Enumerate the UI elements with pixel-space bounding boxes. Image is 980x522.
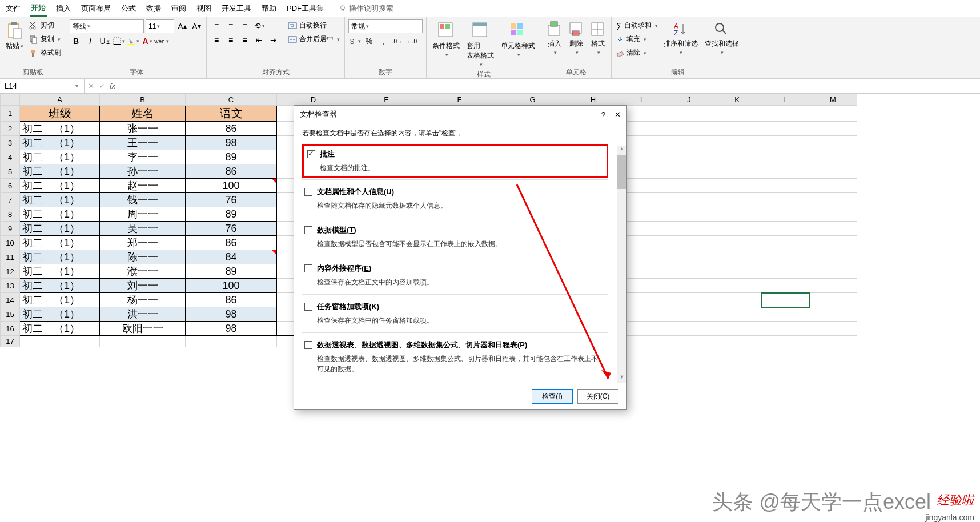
cell[interactable]	[713, 193, 761, 207]
col-header[interactable]: E	[350, 94, 423, 106]
autosum-button[interactable]: ∑自动求和	[615, 19, 659, 31]
cell[interactable]: 初二（1）	[20, 122, 100, 136]
cell[interactable]	[761, 250, 809, 264]
cell[interactable]	[186, 336, 277, 347]
cell[interactable]: 张一一	[100, 122, 186, 136]
sort-filter-button[interactable]: AZ排序和筛选	[661, 19, 700, 57]
cell[interactable]	[713, 106, 761, 122]
cell[interactable]: 98	[186, 136, 277, 150]
cell[interactable]	[665, 279, 713, 293]
cell[interactable]	[20, 336, 100, 347]
align-bottom-button[interactable]: ≡	[239, 19, 251, 32]
orientation-button[interactable]: ⟲	[253, 19, 266, 32]
cell[interactable]: 初二（1）	[20, 222, 100, 236]
cell[interactable]: 初二（1）	[20, 279, 100, 293]
col-header[interactable]: D	[277, 94, 350, 106]
cell[interactable]	[713, 150, 761, 164]
cell[interactable]	[761, 279, 809, 293]
enter-icon[interactable]: ✓	[99, 82, 105, 90]
cell[interactable]	[809, 293, 857, 307]
font-color-button[interactable]: A	[141, 35, 154, 47]
menu-data[interactable]: 数据	[145, 1, 162, 16]
help-button[interactable]: ?	[601, 110, 605, 119]
menu-insert[interactable]: 插入	[55, 1, 72, 16]
row-header[interactable]: 12	[1, 264, 20, 279]
cell[interactable]	[761, 136, 809, 150]
col-header[interactable]: L	[761, 94, 809, 106]
scroll-up-icon[interactable]: ▲	[617, 146, 626, 155]
close-dialog-button[interactable]: 关闭(C)	[577, 389, 618, 404]
cell[interactable]	[761, 150, 809, 164]
cell[interactable]	[809, 236, 857, 250]
row-header[interactable]: 4	[1, 150, 20, 164]
indent-decrease-button[interactable]: ⇤	[253, 34, 266, 46]
cell[interactable]	[713, 250, 761, 264]
row-header[interactable]: 1	[1, 106, 20, 122]
cell[interactable]	[713, 122, 761, 136]
cell[interactable]	[713, 222, 761, 236]
cell[interactable]: 钱一一	[100, 193, 186, 207]
decrease-font-button[interactable]: A▾	[190, 20, 203, 33]
menu-formula[interactable]: 公式	[120, 1, 137, 16]
cell[interactable]: 初二（1）	[20, 293, 100, 307]
cell[interactable]: 吴一一	[100, 222, 186, 236]
cell[interactable]	[665, 322, 713, 336]
col-header[interactable]: H	[569, 94, 617, 106]
cell[interactable]	[665, 307, 713, 322]
cell[interactable]: 100	[186, 179, 277, 193]
scroll-down-icon[interactable]: ▼	[617, 374, 626, 383]
cell[interactable]	[713, 322, 761, 336]
table-header[interactable]: 语文	[186, 106, 277, 122]
merge-center-button[interactable]: 合并后居中	[287, 33, 341, 45]
row-header[interactable]: 14	[1, 293, 20, 307]
scroll-thumb[interactable]	[617, 155, 626, 189]
cell[interactable]	[713, 207, 761, 222]
dialog-scrollbar[interactable]: ▲ ▼	[617, 146, 626, 383]
delete-cells-button[interactable]: 删除	[567, 19, 586, 57]
paste-button[interactable]: 粘贴	[3, 19, 26, 52]
row-header[interactable]: 11	[1, 250, 20, 264]
cell[interactable]	[665, 179, 713, 193]
cell[interactable]	[713, 336, 761, 347]
cell[interactable]: 李一一	[100, 150, 186, 164]
table-header[interactable]: 姓名	[100, 106, 186, 122]
cell[interactable]: 86	[186, 236, 277, 250]
cell[interactable]: 76	[186, 193, 277, 207]
row-header[interactable]: 3	[1, 136, 20, 150]
cell[interactable]	[665, 207, 713, 222]
row-header[interactable]: 9	[1, 222, 20, 236]
col-header[interactable]: F	[423, 94, 496, 106]
font-name-combo[interactable]: 等线	[70, 19, 144, 33]
menu-review[interactable]: 审阅	[170, 1, 187, 16]
cell[interactable]: 初二（1）	[20, 236, 100, 250]
cell[interactable]	[809, 264, 857, 279]
cell[interactable]	[665, 264, 713, 279]
cell[interactable]: 86	[186, 293, 277, 307]
cell[interactable]: 濮一一	[100, 264, 186, 279]
align-middle-button[interactable]: ≡	[224, 19, 237, 32]
inspector-checkbox[interactable]	[304, 264, 312, 272]
cell[interactable]: 初二（1）	[20, 264, 100, 279]
cell[interactable]	[809, 179, 857, 193]
number-format-combo[interactable]: 常规	[348, 19, 423, 33]
col-header[interactable]: C	[186, 94, 277, 106]
cell[interactable]: 郑一一	[100, 236, 186, 250]
cell[interactable]: 洪一一	[100, 307, 186, 322]
cell[interactable]: 初二（1）	[20, 179, 100, 193]
cell[interactable]	[713, 279, 761, 293]
menu-layout[interactable]: 页面布局	[80, 1, 112, 16]
name-box[interactable]: L14 ▼	[0, 79, 85, 93]
cell[interactable]	[809, 322, 857, 336]
row-header[interactable]: 17	[1, 336, 20, 347]
increase-decimal-button[interactable]: .0→	[391, 35, 404, 47]
italic-button[interactable]: I	[84, 35, 97, 47]
cell[interactable]: 初二（1）	[20, 193, 100, 207]
menu-home[interactable]: 开始	[30, 1, 47, 17]
cell[interactable]	[100, 336, 186, 347]
wrap-text-button[interactable]: 自动换行	[287, 19, 341, 31]
row-header[interactable]: 10	[1, 236, 20, 250]
row-header[interactable]: 16	[1, 322, 20, 336]
cell[interactable]	[761, 236, 809, 250]
cell[interactable]	[809, 207, 857, 222]
cell[interactable]	[809, 222, 857, 236]
